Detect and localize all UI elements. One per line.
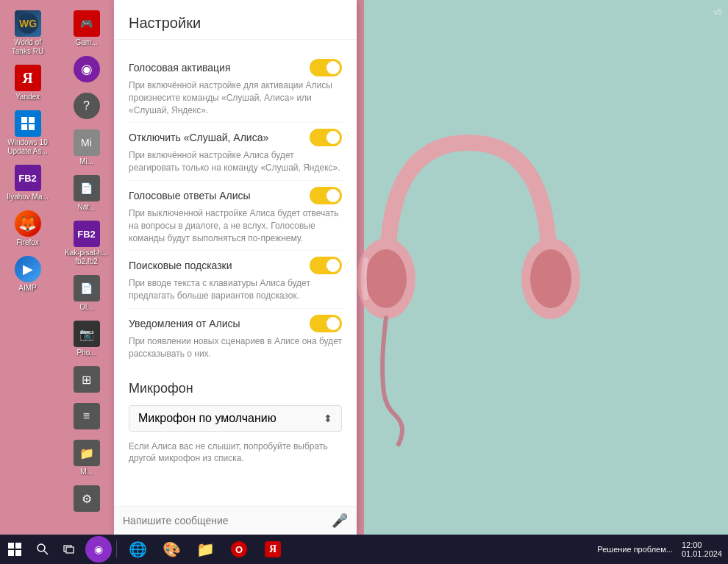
icon-aimp[interactable]: ▶ AIMP (3, 253, 53, 296)
taskbar-app-globe[interactable]: 🌐 (121, 535, 154, 564)
folder-taskbar-icon: 📁 (196, 540, 215, 558)
icon-grid[interactable]: ⊞ (62, 363, 112, 397)
svg-line-7 (44, 551, 48, 554)
icon-help[interactable]: ? (62, 90, 112, 124)
svg-point-3 (530, 249, 571, 308)
icon-burger[interactable]: ≡ (62, 400, 112, 434)
icon-settings-col2[interactable]: ⚙ (62, 482, 112, 516)
alisa-taskbar-button[interactable]: ◉ (85, 536, 112, 563)
globe-icon: 🌐 (129, 540, 147, 558)
setting-voice-answers-desc: При выключенной настройке Алиса будет от… (129, 207, 342, 244)
taskbar-app-yandex[interactable]: Я (257, 535, 289, 564)
mic-input-icon[interactable]: 🎤 (332, 513, 348, 529)
settings-section-voice: Голосовая активация При включённой настр… (114, 47, 357, 372)
icon-folder-m[interactable]: 📁 M... (62, 437, 112, 479)
task-view-button[interactable] (56, 535, 82, 564)
toggle-disable-alice[interactable] (310, 129, 342, 146)
svg-rect-9 (66, 547, 74, 553)
settings-title: Настройки (129, 15, 342, 32)
start-button[interactable] (0, 535, 29, 564)
taskbar-app-opera[interactable]: O (223, 535, 255, 564)
svg-text:WG: WG (18, 18, 36, 29)
mic-arrow-icon: ⬍ (324, 413, 332, 424)
mic-select-wrap: Микрофон по умолчанию ⬍ (114, 402, 357, 438)
setting-disable-alice-desc: При включённой настройке Алиса будет реа… (129, 149, 342, 174)
setting-disable-alice-label: Отключить «Слушай, Алиса» (129, 132, 268, 143)
message-input-area: 🎤 (114, 506, 357, 535)
taskbar-apps: 🌐 🎨 📁 O Я (121, 535, 289, 564)
setting-voice-answers-label: Голосовые ответы Алисы (129, 190, 251, 201)
mic-select-container[interactable]: Микрофон по умолчанию ⬍ (129, 405, 342, 432)
icon-game2[interactable]: 🎮 Gam... (62, 7, 112, 50)
icon-ol[interactable]: 📄 Ol... (62, 272, 112, 315)
svg-point-6 (38, 544, 45, 551)
setting-voice-activation-desc: При включённой настройке для активации А… (129, 79, 342, 116)
setting-search-hints: Поисковые подсказки При вводе текста с к… (129, 251, 342, 309)
toggle-notifications[interactable] (310, 315, 342, 332)
taskbar: ◉ 🌐 🎨 📁 O Я Решение проблем... 12:000 (0, 535, 728, 564)
search-icon (37, 543, 49, 555)
icon-alisa-col2[interactable]: ◉ (62, 53, 112, 87)
desktop-icons-left: WG World ofTanks RU Я Yandex Windows 10U… (0, 0, 55, 535)
settings-header: Настройки (114, 0, 357, 40)
setting-disable-alice: Отключить «Слушай, Алиса» При включённой… (129, 123, 342, 181)
toggle-voice-answers[interactable] (310, 187, 342, 204)
yandex-taskbar-icon: Я (265, 541, 281, 557)
setting-notifications-label: Уведомления от Алисы (129, 318, 240, 329)
search-button[interactable] (29, 535, 56, 564)
version-text: v5 (713, 7, 722, 16)
setting-search-hints-label: Поисковые подсказки (129, 260, 232, 271)
desktop-icons-second: 🎮 Gam... ◉ ? Mi Mi... 📄 Nat... FB2 Kak-p… (59, 0, 114, 535)
icon-windows10[interactable]: Windows 10Update As... (3, 107, 53, 159)
message-input[interactable] (123, 515, 326, 526)
icon-yandex[interactable]: Я Yandex (3, 62, 53, 104)
settings-panel: Настройки Голосовая активация При включё… (114, 0, 357, 535)
paint-icon: 🎨 (163, 540, 181, 558)
icon-firefox[interactable]: 🦊 Firefox (3, 207, 53, 250)
icon-pho[interactable]: 📷 Pho... (62, 318, 112, 360)
setting-voice-activation: Голосовая активация При включённой настр… (129, 53, 342, 123)
setting-voice-activation-label: Голосовая активация (129, 62, 231, 74)
taskbar-right-text[interactable]: Решение проблем... (597, 545, 673, 554)
taskbar-clock: 12:0001.01.2024 (682, 540, 722, 558)
taskbar-app-folder[interactable]: 📁 (189, 535, 221, 564)
taskbar-app-paint[interactable]: 🎨 (155, 535, 188, 564)
icon-fb2-2[interactable]: FB2 Kak-pisat-h...fb2.fb2 (62, 218, 112, 269)
icon-fb2-ilyahov[interactable]: FB2 Ilyahov Ma... (3, 162, 53, 204)
mic-section-title: Микрофон (114, 372, 357, 402)
headphones-illustration (329, 84, 608, 451)
icon-nat[interactable]: 📄 Nat... (62, 172, 112, 215)
setting-notifications-desc: При появлении новых сценариев в Алисе он… (129, 335, 342, 360)
mic-description: Если Алиса вас не слышит, попробуйте выб… (114, 438, 357, 468)
alisa-taskbar-icon: ◉ (94, 543, 103, 555)
setting-notifications: Уведомления от Алисы При появлении новых… (129, 309, 342, 366)
toggle-search-hints[interactable] (310, 257, 342, 274)
toggle-voice-activation[interactable] (310, 59, 342, 76)
svg-point-1 (365, 249, 407, 308)
setting-voice-answers: Голосовые ответы Алисы При выключенной н… (129, 181, 342, 251)
icon-wot[interactable]: WG World ofTanks RU (3, 7, 53, 59)
taskbar-right: Решение проблем... 12:0001.01.2024 (597, 540, 728, 558)
mic-select-label: Микрофон по умолчанию (138, 412, 276, 425)
task-view-icon (63, 543, 75, 555)
icon-mi[interactable]: Mi Mi... (62, 126, 112, 169)
settings-content[interactable]: Голосовая активация При включённой настр… (114, 40, 357, 506)
setting-search-hints-desc: При вводе текста с клавиатуры Алиса буде… (129, 277, 342, 302)
taskbar-separator (116, 540, 117, 558)
opera-icon: O (231, 541, 247, 557)
